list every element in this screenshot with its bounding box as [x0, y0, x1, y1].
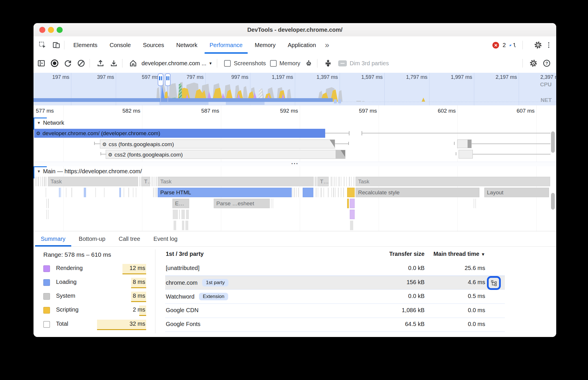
download-profile-icon[interactable] [108, 58, 119, 69]
col-header-transfer[interactable]: Transfer size [389, 251, 425, 257]
task-bar[interactable]: Recalculate style [356, 188, 479, 197]
kebab-menu-icon[interactable] [546, 42, 551, 48]
table-row[interactable]: [unattributed]0.0 kB25.6 ms [165, 262, 505, 276]
network-request-bar[interactable]: ⚙css2 (fonts.googleapis.com) [106, 150, 345, 159]
error-icon[interactable]: × [492, 42, 499, 49]
memory-checkbox[interactable] [270, 60, 277, 67]
upload-profile-icon[interactable] [95, 58, 106, 69]
table-row[interactable]: WatchwordExtension0.0 kB0.5 ms [165, 290, 505, 304]
task-sliver[interactable] [350, 221, 353, 230]
summary-pane: Range: 578 ms – 610 ms Rendering12 msLoa… [34, 247, 556, 337]
tab-summary[interactable]: Summary [34, 231, 72, 247]
transfer-size-value: 0.0 kB [408, 265, 425, 271]
task-sliver[interactable] [181, 210, 185, 219]
parse-html-bar[interactable]: Parse HTML [158, 188, 292, 197]
task-bar[interactable]: E… [172, 199, 189, 208]
tab-sources[interactable]: Sources [137, 36, 170, 54]
col-header-time[interactable]: Main thread time ▼ [433, 251, 485, 257]
ruler-tick-label: 587 ms [201, 108, 219, 114]
main-track-header[interactable]: ▼Main — https://developer.chrome.com/ [37, 168, 142, 175]
divider [317, 59, 317, 68]
history-dropdown[interactable]: developer.chrome.com ... ▼ [142, 60, 212, 67]
network-request-bar[interactable]: ⚙css (fonts.googleapis.com) [100, 139, 335, 148]
track-gridline [536, 166, 537, 231]
legend-swatch[interactable] [43, 307, 50, 314]
garbage-collect-icon[interactable] [303, 58, 314, 69]
chevron-down-icon: ▼ [209, 61, 213, 66]
error-count[interactable]: 2 [503, 42, 506, 49]
toggle-sidebar-icon[interactable] [36, 58, 47, 69]
tab-bottom-up[interactable]: Bottom-up [72, 231, 112, 247]
more-tabs-icon[interactable]: » [322, 37, 332, 53]
home-icon[interactable] [128, 58, 139, 69]
request-whisker [325, 133, 349, 133]
clear-icon[interactable] [76, 58, 87, 69]
screenshots-label[interactable]: Screenshots [234, 60, 266, 67]
annotation-ring-icon[interactable] [487, 276, 501, 290]
help-icon[interactable]: ? [541, 58, 552, 69]
task-bar[interactable]: Layout [484, 188, 549, 197]
vertical-scrollbar-thumb[interactable] [551, 131, 555, 153]
col-header-party[interactable]: 1st / 3rd party [166, 251, 204, 257]
record-icon[interactable] [49, 58, 60, 69]
main-thread-track[interactable]: ▼Main — https://developer.chrome.com/ Ta… [34, 166, 556, 231]
task-bar[interactable]: Task [356, 177, 550, 186]
tab-console[interactable]: Console [103, 36, 137, 54]
selection-handle-left[interactable] [158, 73, 163, 86]
panel-settings-gear-icon[interactable] [528, 58, 539, 69]
track-gridline [536, 118, 537, 162]
task-sliver [40, 177, 41, 186]
legend-swatch[interactable] [43, 293, 50, 300]
parse-html-bar[interactable] [303, 188, 313, 197]
tab-network[interactable]: Network [170, 36, 203, 54]
issue-count[interactable]: 1 [513, 42, 516, 49]
table-row[interactable]: chrome.com1st party156 kB4.6 ms [165, 276, 505, 290]
tab-performance[interactable]: Performance [204, 36, 249, 54]
dim-third-parties-toggle[interactable] [338, 60, 347, 66]
timeline-overview[interactable]: 197 ms397 ms597 ms797 ms997 ms1,197 ms1,… [34, 73, 556, 106]
inspect-icon[interactable] [38, 40, 47, 50]
task-bar[interactable]: Parse …esheet [214, 199, 270, 208]
task-sliver [46, 177, 47, 186]
legend-swatch[interactable] [43, 279, 50, 286]
task-sliver [48, 210, 49, 219]
collapse-triangle-icon[interactable]: ▼ [37, 169, 41, 174]
tab-event-log[interactable]: Event log [147, 231, 184, 247]
track-splitter-handle[interactable]: ⋯ [34, 162, 556, 167]
reload-record-icon[interactable] [62, 58, 73, 69]
network-track-header[interactable]: ▼Network [37, 120, 64, 126]
collapse-triangle-icon[interactable]: ▼ [37, 121, 41, 125]
memory-label[interactable]: Memory [280, 60, 300, 67]
task-bar[interactable]: Task [48, 177, 138, 186]
table-row[interactable]: Google Fonts64.5 kB0.0 ms [165, 318, 505, 332]
selection-handle-right[interactable] [165, 73, 171, 86]
task-bar[interactable]: Task [158, 177, 314, 186]
task-sliver[interactable] [173, 210, 178, 219]
ruler-gridline [300, 105, 300, 118]
task-bar[interactable]: T… [142, 177, 150, 186]
rendering-slice[interactable] [350, 210, 355, 219]
rendering-slice[interactable] [350, 199, 355, 208]
tab-call-tree[interactable]: Call tree [112, 231, 147, 247]
detail-time-ruler[interactable]: 577 ms582 ms587 ms592 ms597 ms602 ms607 … [34, 105, 556, 118]
task-sliver [271, 199, 271, 208]
tab-elements[interactable]: Elements [67, 36, 103, 54]
collapse-tracks-icon[interactable] [323, 58, 334, 69]
device-toolbar-icon[interactable] [51, 40, 61, 50]
screenshots-checkbox[interactable] [224, 60, 231, 67]
legend-swatch[interactable] [43, 265, 50, 272]
request-box[interactable] [459, 150, 473, 159]
table-row[interactable]: Google CDN1,086 kB0.0 ms [165, 304, 505, 318]
tab-application[interactable]: Application [282, 36, 322, 54]
vertical-scrollbar-thumb[interactable] [551, 193, 555, 210]
scripting-slice[interactable] [347, 188, 355, 197]
settings-gear-icon[interactable] [533, 40, 543, 50]
request-box[interactable] [457, 139, 472, 148]
tab-memory[interactable]: Memory [249, 36, 282, 54]
task-sliver [46, 210, 47, 219]
network-request-bar[interactable]: ⚙developer.chrome.com/ (developer.chrome… [34, 129, 325, 138]
legend-swatch[interactable] [43, 321, 50, 328]
devtools-window: DevTools - developer.chrome.com/ Element… [34, 23, 556, 337]
network-track[interactable]: ▼Network ⚙developer.chrome.com/ (develop… [34, 118, 556, 162]
task-bar[interactable]: T… [317, 177, 329, 186]
